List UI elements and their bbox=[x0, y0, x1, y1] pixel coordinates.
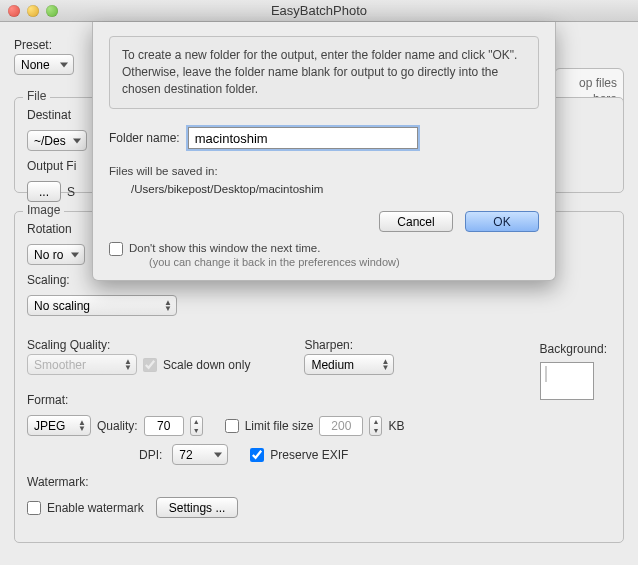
enable-watermark-checkbox[interactable] bbox=[27, 501, 41, 515]
drop-zone-text-1: op files bbox=[561, 75, 617, 91]
quality-input[interactable] bbox=[144, 416, 184, 436]
format-label: Format: bbox=[27, 393, 68, 407]
background-swatch[interactable] bbox=[540, 362, 594, 400]
window-title: EasyBatchPhoto bbox=[0, 3, 638, 18]
saved-in-path: /Users/bikepost/Desktop/macintoshim bbox=[131, 183, 539, 195]
cancel-button[interactable]: Cancel bbox=[379, 211, 453, 232]
sharpen-label: Sharpen: bbox=[304, 338, 353, 352]
enable-watermark-label: Enable watermark bbox=[47, 501, 144, 515]
output-label: Output Fi bbox=[27, 159, 76, 173]
destination-select[interactable]: ~/Des bbox=[27, 130, 87, 151]
file-legend: File bbox=[23, 89, 50, 103]
sharpen-select[interactable]: Medium bbox=[304, 354, 394, 375]
scaling-quality-label: Scaling Quality: bbox=[27, 338, 110, 352]
scaling-label: Scaling: bbox=[27, 273, 70, 287]
dont-show-sub: (you can change it back in the preferenc… bbox=[149, 256, 400, 268]
dont-show-label: Don't show this window the next time. bbox=[129, 242, 400, 254]
limit-file-size-checkbox[interactable] bbox=[225, 419, 239, 433]
scaling-select[interactable]: No scaling bbox=[27, 295, 177, 316]
folder-name-label: Folder name: bbox=[109, 131, 180, 145]
save-label-trunc: S bbox=[67, 185, 75, 199]
dpi-label: DPI: bbox=[139, 448, 162, 462]
preserve-exif-checkbox[interactable] bbox=[250, 448, 264, 462]
output-folder-sheet: To create a new folder for the output, e… bbox=[92, 22, 556, 281]
rotation-select[interactable]: No ro bbox=[27, 244, 85, 265]
sheet-info-text: To create a new folder for the output, e… bbox=[109, 36, 539, 109]
quality-label: Quality: bbox=[97, 419, 138, 433]
preserve-exif-label: Preserve EXIF bbox=[270, 448, 348, 462]
destination-label: Destinat bbox=[27, 108, 71, 122]
watermark-label: Watermark: bbox=[27, 475, 89, 489]
output-folder-button[interactable]: ... bbox=[27, 181, 61, 202]
background-label: Background: bbox=[540, 342, 607, 356]
dpi-select[interactable]: 72 bbox=[172, 444, 228, 465]
rotation-label: Rotation bbox=[27, 222, 72, 236]
titlebar: EasyBatchPhoto bbox=[0, 0, 638, 22]
dont-show-checkbox[interactable] bbox=[109, 242, 123, 256]
preset-select[interactable]: None bbox=[14, 54, 74, 75]
scaling-quality-select: Smoother bbox=[27, 354, 137, 375]
scale-down-only-label: Scale down only bbox=[163, 358, 250, 372]
limit-unit-label: KB bbox=[388, 419, 404, 433]
ok-button[interactable]: OK bbox=[465, 211, 539, 232]
format-select[interactable]: JPEG bbox=[27, 415, 91, 436]
scale-down-only-checkbox bbox=[143, 358, 157, 372]
watermark-settings-button[interactable]: Settings ... bbox=[156, 497, 239, 518]
folder-name-input[interactable] bbox=[188, 127, 418, 149]
saved-in-label: Files will be saved in: bbox=[109, 165, 539, 177]
quality-stepper[interactable]: ▲▼ bbox=[190, 416, 203, 436]
limit-size-stepper: ▲▼ bbox=[369, 416, 382, 436]
preset-label: Preset: bbox=[14, 38, 52, 52]
image-legend: Image bbox=[23, 203, 64, 217]
background-block: Background: bbox=[540, 342, 607, 400]
limit-file-size-label: Limit file size bbox=[245, 419, 314, 433]
limit-size-input bbox=[319, 416, 363, 436]
